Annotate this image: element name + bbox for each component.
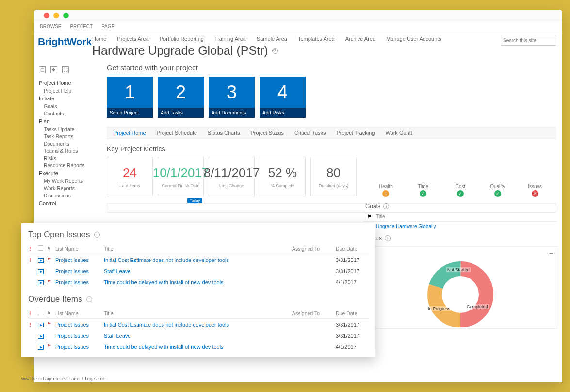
sidebar-item[interactable]: Documents xyxy=(44,141,92,147)
tile-label: Add Risks xyxy=(260,108,306,118)
sidebar-item[interactable]: Project Help xyxy=(44,88,92,94)
issue-title-link[interactable]: Initial Cost Estimate does not include d… xyxy=(103,319,291,330)
get-started-tile[interactable]: 3Add Documents xyxy=(209,77,255,118)
nav-link[interactable]: Sample Area xyxy=(257,36,287,42)
tab[interactable]: Project Status xyxy=(250,130,283,136)
nav-link[interactable]: Portfolio Reporting xyxy=(160,36,204,42)
tab[interactable]: Critical Tasks xyxy=(294,130,326,136)
col-title[interactable]: Title xyxy=(103,244,291,254)
sidebar-item[interactable]: Discussions xyxy=(44,193,92,198)
sidebar-item[interactable]: Task Reports xyxy=(44,133,92,139)
svg-rect-7 xyxy=(48,344,48,349)
item-menu-icon[interactable]: ▶ xyxy=(38,334,44,339)
status-donut-chart: ≡ Not Started In Progress Completed xyxy=(363,246,557,329)
get-started-tiles: 1Setup Project2Add Tasks3Add Documents4A… xyxy=(107,77,556,118)
list-name-link[interactable]: Project Issues xyxy=(54,341,103,352)
table-row[interactable]: ▶Project IssuesTime could be delayed wit… xyxy=(28,341,369,352)
issue-title-link[interactable]: Staff Leave xyxy=(103,265,291,277)
fullscreen-icon[interactable]: ⛶ xyxy=(62,66,69,73)
nav-link[interactable]: Home xyxy=(92,36,106,42)
item-menu-icon[interactable]: ▶ xyxy=(38,258,44,263)
goal-item[interactable]: Upgrade Hardware Globally xyxy=(376,224,436,229)
item-menu-icon[interactable]: ▶ xyxy=(38,269,44,274)
list-name-link[interactable]: Project Issues xyxy=(54,254,103,266)
table-row[interactable]: ▶Project IssuesTime could be delayed wit… xyxy=(28,277,369,288)
col-assigned[interactable]: Assigned To xyxy=(291,308,335,319)
maximize-icon[interactable] xyxy=(63,13,69,18)
issue-title-link[interactable]: Initial Cost Estimate does not include d… xyxy=(103,254,291,266)
info-icon[interactable]: i xyxy=(94,232,100,238)
get-started-tile[interactable]: 4Add Risks xyxy=(260,77,306,118)
minimize-icon[interactable] xyxy=(53,13,59,18)
sidebar-item[interactable]: My Work Reports xyxy=(44,178,92,184)
metric-card: 8/11/2017Last Change xyxy=(209,157,255,196)
table-row[interactable]: !▶Project IssuesInitial Cost Estimate do… xyxy=(28,254,369,266)
sidebar-section[interactable]: Plan xyxy=(39,118,92,124)
brand-logo[interactable]: BrightWork xyxy=(34,32,92,58)
table-row[interactable]: !▶Project IssuesInitial Cost Estimate do… xyxy=(28,319,369,330)
nav-link[interactable]: Manage User Accounts xyxy=(386,36,441,42)
checkbox-header[interactable] xyxy=(38,245,43,251)
get-started-tile[interactable]: 2Add Tasks xyxy=(158,77,204,118)
nav-link[interactable]: Templates Area xyxy=(298,36,335,42)
col-due[interactable]: Due Date xyxy=(335,308,369,319)
col-assigned[interactable]: Assigned To xyxy=(291,244,335,254)
kpi-quality: Quality✓ xyxy=(479,184,516,197)
tab[interactable]: Status Charts xyxy=(208,130,240,136)
kpi-status-icon: ✕ xyxy=(532,190,538,197)
chart-menu-icon[interactable]: ≡ xyxy=(549,251,553,259)
sidebar-item[interactable]: Teams & Roles xyxy=(44,148,92,154)
nav-link[interactable]: Archive Area xyxy=(345,36,375,42)
sync-icon[interactable]: ⟳ xyxy=(272,48,278,54)
ribbon-page[interactable]: PAGE xyxy=(101,24,114,29)
search-input[interactable] xyxy=(501,35,556,46)
info-icon[interactable]: i xyxy=(383,203,389,209)
info-icon[interactable]: i xyxy=(86,296,92,302)
tab[interactable]: Work Gantt xyxy=(385,130,412,136)
list-name-link[interactable]: Project Issues xyxy=(54,277,103,288)
col-title[interactable]: Title xyxy=(103,308,291,319)
sidebar-item[interactable]: Resource Reports xyxy=(44,163,92,168)
list-name-link[interactable]: Project Issues xyxy=(54,265,103,277)
item-menu-icon[interactable]: ▶ xyxy=(38,280,44,285)
table-row[interactable]: ▶Project IssuesStaff Leave3/31/2017 xyxy=(28,265,369,277)
top-issues-table: ! ⚑ List Name Title Assigned To Due Date… xyxy=(28,244,369,288)
close-icon[interactable] xyxy=(44,13,49,18)
list-name-link[interactable]: Project Issues xyxy=(54,330,103,341)
nav-link[interactable]: Training Area xyxy=(214,36,246,42)
tab[interactable]: Project Schedule xyxy=(157,130,197,136)
list-name-link[interactable]: Project Issues xyxy=(54,319,103,330)
info-icon[interactable]: i xyxy=(385,235,391,241)
sidebar-item[interactable]: Contacts xyxy=(44,111,92,116)
sidebar-section[interactable]: Project Home xyxy=(39,80,92,86)
move-icon[interactable]: ✥ xyxy=(50,66,57,73)
col-due[interactable]: Due Date xyxy=(335,244,369,254)
issue-title-link[interactable]: Time could be delayed with install of ne… xyxy=(103,341,291,352)
item-menu-icon[interactable]: ▶ xyxy=(38,323,44,327)
edit-links-icon[interactable]: ▢ xyxy=(39,66,46,73)
sidebar-section[interactable]: Execute xyxy=(39,170,92,176)
item-menu-icon[interactable]: ▶ xyxy=(38,345,44,350)
ribbon-browse[interactable]: BROWSE xyxy=(40,24,61,29)
nav-link[interactable]: Projects Area xyxy=(117,36,148,42)
sidebar-item[interactable]: Work Reports xyxy=(44,185,92,191)
metric-card: 52 %% Complete xyxy=(260,157,306,196)
get-started-tile[interactable]: 1Setup Project xyxy=(107,77,153,118)
checkbox-header[interactable] xyxy=(38,310,43,315)
due-date: 3/31/2017 xyxy=(335,254,369,266)
col-list[interactable]: List Name xyxy=(54,244,103,254)
sidebar-section[interactable]: Control xyxy=(39,200,92,206)
issue-title-link[interactable]: Staff Leave xyxy=(103,330,291,341)
ribbon-project[interactable]: PROJECT xyxy=(70,24,93,29)
tab[interactable]: Project Tracking xyxy=(337,130,375,136)
due-date: 3/31/2017 xyxy=(335,265,369,277)
table-row[interactable]: ▶Project IssuesStaff Leave3/31/2017 xyxy=(28,330,369,341)
sidebar-item[interactable]: Goals xyxy=(44,103,92,109)
col-list[interactable]: List Name xyxy=(54,308,103,319)
sidebar-section[interactable]: Initiate xyxy=(39,96,92,101)
flag-header-icon: ⚑ xyxy=(47,310,51,316)
sidebar-item[interactable]: Tasks Update xyxy=(44,126,92,132)
sidebar-item[interactable]: Risks xyxy=(44,155,92,161)
tab[interactable]: Project Home xyxy=(114,130,146,136)
issue-title-link[interactable]: Time could be delayed with install of ne… xyxy=(103,277,291,288)
